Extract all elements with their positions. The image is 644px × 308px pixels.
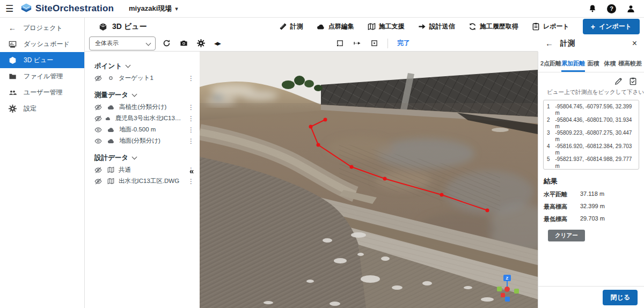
layer-row[interactable]: 共通 ⋮	[85, 164, 200, 175]
visibility-toggle[interactable]	[94, 114, 101, 123]
top-navbar: ☰ SiteOrchestration miyazaki現場 ▾ ?	[0, 0, 644, 18]
measure-panel-header: ← 計測 ×	[538, 35, 644, 51]
site-name: miyazaki現場	[129, 4, 172, 13]
kebab-menu-icon[interactable]: ⋮	[188, 127, 194, 133]
app-window: ☰ SiteOrchestration miyazaki現場 ▾ ? ← プロジ…	[0, 0, 644, 308]
layer-row[interactable]: ターゲット1 ⋮	[85, 72, 200, 84]
close-icon[interactable]: ×	[632, 39, 637, 48]
layer-name: 高植生(分類分け)	[119, 103, 166, 111]
menu-icon[interactable]: ☰	[5, 4, 16, 13]
tab-two-point-distance[interactable]: 2点距離	[540, 57, 561, 72]
measure-point-list[interactable]: 1-95804.745, -60797.596, 32.399 m 2-9580…	[543, 100, 639, 170]
results-title: 結果	[544, 177, 639, 186]
result-row: 最高標高 32.399 m	[544, 203, 639, 211]
measure-panel-footer: 閉じる	[538, 286, 644, 308]
sidebar-item-label: ファイル管理	[24, 72, 63, 81]
notifications-bell-icon[interactable]	[588, 4, 597, 13]
clipboard-icon	[532, 23, 540, 31]
report-button[interactable]: レポート	[532, 22, 569, 31]
help-icon[interactable]: ?	[607, 4, 616, 13]
terrain-render: Z	[200, 52, 538, 308]
visibility-toggle[interactable]	[94, 137, 103, 145]
tab-area[interactable]: 面積	[585, 57, 602, 72]
kebab-menu-icon[interactable]: ⋮	[188, 115, 194, 122]
display-mode-select[interactable]: 全体表示	[89, 36, 156, 50]
pick-point-icon[interactable]	[370, 39, 378, 47]
chevron-down-icon	[126, 63, 131, 68]
map-icon	[368, 23, 376, 31]
import-button[interactable]: + インポート	[583, 19, 640, 34]
history-fetch-button[interactable]: 施工履歴取得	[469, 22, 518, 31]
layer-row[interactable]: 鹿児島3号出水北IC13工区改良… ⋮	[85, 113, 200, 124]
viewport-3d[interactable]: Z	[200, 52, 538, 308]
sidebar-item-projects[interactable]: ← プロジェクト	[0, 20, 84, 36]
pencil-icon[interactable]	[614, 77, 623, 85]
tab-volume[interactable]: 体積	[602, 57, 618, 72]
kebab-menu-icon[interactable]: ⋮	[188, 75, 194, 82]
cloud-icon	[105, 115, 111, 122]
layer-row[interactable]: 地面(分類分け) ⋮	[85, 135, 200, 146]
dimension-arrow-icon[interactable]	[353, 39, 361, 47]
camera-icon[interactable]	[180, 39, 188, 47]
point-row: 2-95804.436, -60801.700, 31.934 m	[547, 117, 635, 130]
sidebar-item-label: プロジェクト	[23, 24, 63, 33]
kebab-menu-icon[interactable]: ⋮	[188, 178, 194, 185]
brand-logo[interactable]: SiteOrchestration	[20, 3, 114, 14]
sidebar-item-dashboard[interactable]: ダッシュボード	[0, 36, 84, 52]
visibility-toggle[interactable]	[94, 177, 103, 186]
construction-support-button[interactable]: 施工支援	[368, 22, 405, 31]
tab-elevation-diff[interactable]: 標高較差	[618, 57, 642, 72]
collapse-panel-icon[interactable]: «	[189, 166, 194, 175]
visibility-toggle[interactable]	[94, 166, 103, 174]
section-header-points[interactable]: ポイント	[85, 60, 200, 72]
layer-name: 共通	[119, 166, 131, 174]
measure-panel: ← 計測 × 2点距離 累加距離 面積 体積 標高較差 ビュー上で計測点をピック…	[538, 35, 644, 308]
toolbar-actions: 計測 点群編集 施工支援 設計送信 施工履歴取得 レポート	[279, 19, 644, 34]
sidebar-item-label: 設定	[24, 104, 36, 113]
back-arrow-icon[interactable]: ←	[545, 39, 553, 48]
sidebar-item-settings[interactable]: 設定	[0, 100, 84, 116]
layer-row[interactable]: 出水北IC13工区.DWG ⋮	[85, 175, 200, 187]
layers-section-survey: 測量データ 高植生(分類分け) ⋮ 鹿児島3号出水北IC13工区改良… ⋮	[85, 89, 200, 146]
arrow-right-icon	[418, 23, 426, 31]
display-mode-value: 全体表示	[95, 39, 119, 47]
gear-icon[interactable]	[197, 39, 205, 47]
kebab-menu-icon[interactable]: ⋮	[188, 138, 194, 144]
visibility-toggle[interactable]	[94, 103, 103, 112]
sidebar-item-files[interactable]: ファイル管理	[0, 68, 84, 84]
close-panel-button[interactable]: 閉じる	[603, 290, 638, 305]
account-icon[interactable]	[626, 4, 635, 13]
done-button[interactable]: 完了	[397, 39, 410, 48]
point-row: 4-95816.920, -60812.384, 29.703 m	[547, 143, 635, 157]
sidebar-item-3d-view[interactable]: 3D ビュー	[0, 52, 84, 68]
pointcloud-edit-button[interactable]: 点群編集	[317, 22, 354, 31]
refresh-icon[interactable]	[163, 39, 171, 47]
site-selector[interactable]: miyazaki現場 ▾	[129, 4, 178, 13]
clipboard-check-icon[interactable]	[629, 77, 637, 85]
design-send-button[interactable]: 設計送信	[418, 22, 455, 31]
select-area-icon[interactable]	[336, 39, 344, 47]
clear-button[interactable]: クリアー	[548, 230, 585, 241]
folder-icon	[9, 72, 17, 80]
measure-button[interactable]: 計測	[279, 22, 303, 31]
plus-icon: +	[591, 23, 595, 31]
left-sidebar: ← プロジェクト ダッシュボード 3D ビュー ファイル管理 ユーザー管理 設定	[0, 18, 85, 308]
measure-tabs: 2点距離 累加距離 面積 体積 標高較差	[538, 57, 644, 72]
cloud-icon	[107, 126, 115, 134]
flip-axis-icon[interactable]: ◀▶	[214, 41, 221, 46]
map-icon	[107, 166, 114, 173]
layer-row[interactable]: 高植生(分類分け) ⋮	[85, 101, 200, 113]
point-row: 1-95804.745, -60797.596, 32.399 m	[547, 104, 635, 117]
section-header-survey[interactable]: 測量データ	[85, 89, 200, 101]
kebab-menu-icon[interactable]: ⋮	[188, 104, 194, 111]
visibility-toggle[interactable]	[94, 74, 103, 83]
tab-cumulative-distance[interactable]: 累加距離	[561, 57, 585, 72]
layer-row[interactable]: 地面-0.500 m ⋮	[85, 124, 200, 135]
layers-panel: ポイント ターゲット1 ⋮ 測量データ	[85, 52, 200, 308]
eye-off-icon	[94, 104, 102, 111]
sidebar-item-users[interactable]: ユーザー管理	[0, 84, 84, 100]
visibility-toggle[interactable]	[94, 126, 103, 134]
layer-name: 出水北IC13工区.DWG	[119, 177, 179, 185]
point-row: 5-95821.937, -60814.988, 29.777 m	[547, 156, 635, 170]
section-header-design[interactable]: 設計データ	[85, 151, 200, 164]
